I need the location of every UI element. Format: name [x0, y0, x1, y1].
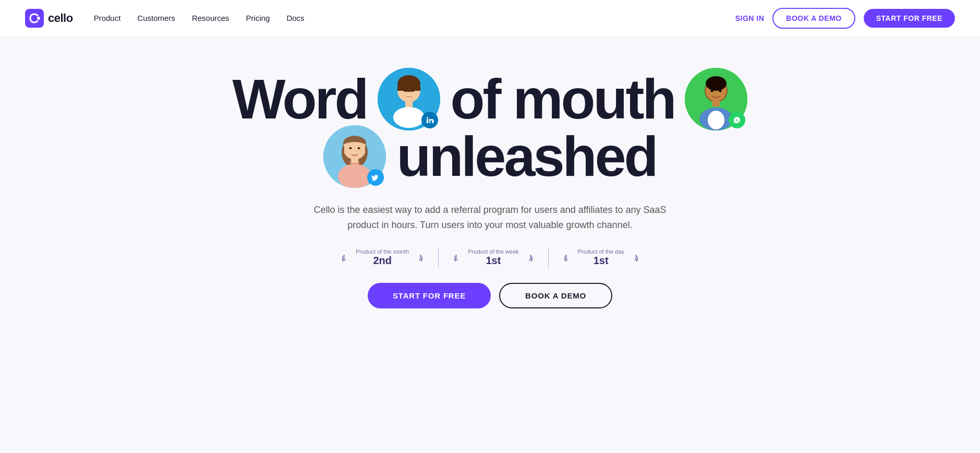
avatar-3	[323, 125, 386, 188]
logo[interactable]: cello	[25, 9, 73, 28]
svg-rect-18	[712, 100, 720, 106]
svg-point-17	[708, 111, 724, 129]
award-month-laurel: Product of the month 2nd	[341, 248, 424, 267]
start-free-nav-button[interactable]: START FOR FREE	[864, 9, 955, 28]
laurel-left-week	[453, 252, 465, 264]
svg-point-15	[706, 76, 727, 91]
cta-row: START FOR FREE BOOK A DEMO	[368, 283, 612, 308]
twitter-badge	[367, 169, 384, 186]
laurel-left-month	[341, 252, 353, 264]
svg-rect-0	[25, 9, 44, 28]
navigation: cello Product Customers Resources Pricin…	[0, 0, 980, 37]
cello-logo-icon	[25, 9, 44, 28]
nav-actions: SIGN IN BOOK A DEMO START FOR FREE	[735, 8, 955, 29]
svg-point-6	[393, 107, 425, 128]
award-week-label: Product of the week	[468, 248, 518, 255]
headline-word: Word	[233, 71, 367, 127]
award-week-laurel: Product of the week 1st	[453, 248, 533, 267]
award-day-label: Product of the day	[578, 248, 624, 255]
award-week: Product of the week 1st	[453, 248, 533, 267]
award-divider-2	[548, 247, 549, 268]
avatar-1	[378, 68, 440, 130]
nav-resources[interactable]: Resources	[192, 14, 229, 22]
headline-word2: of mouth	[451, 71, 675, 127]
laurel-right-day	[627, 252, 639, 264]
laurel-right-week	[522, 252, 534, 264]
svg-rect-5	[405, 101, 413, 108]
svg-rect-10	[427, 119, 428, 123]
svg-point-26	[338, 164, 371, 188]
nav-docs[interactable]: Docs	[286, 14, 304, 22]
award-divider-1	[438, 247, 439, 268]
headline-row1: Word	[233, 68, 748, 130]
laurel-right-month	[412, 252, 424, 264]
svg-point-19	[711, 90, 713, 92]
svg-point-28	[358, 147, 360, 149]
hero-headline: Word	[233, 68, 748, 188]
headline-row2: unleashed	[233, 125, 748, 188]
award-day: Product of the day 1st	[563, 248, 639, 267]
hero-section: Word	[0, 37, 980, 329]
headline-unleashed: unleashed	[396, 128, 656, 185]
award-month: Product of the month 2nd	[341, 248, 424, 267]
svg-point-20	[719, 90, 722, 92]
hero-subtitle: Cello is the easiest way to add a referr…	[308, 202, 673, 233]
award-day-rank: 1st	[578, 255, 624, 267]
award-day-laurel: Product of the day 1st	[563, 248, 639, 267]
avatar-2	[685, 68, 747, 130]
logo-text: cello	[48, 11, 73, 25]
svg-point-27	[349, 147, 352, 149]
nav-product[interactable]: Product	[94, 14, 121, 22]
award-month-label: Product of the month	[356, 248, 409, 255]
linkedin-badge	[421, 112, 438, 128]
nav-links: Product Customers Resources Pricing Docs	[94, 14, 735, 22]
nav-customers[interactable]: Customers	[137, 14, 175, 22]
svg-point-1	[37, 17, 40, 20]
svg-point-7	[404, 90, 406, 92]
svg-point-8	[412, 90, 414, 92]
start-free-hero-button[interactable]: START FOR FREE	[368, 283, 491, 308]
book-demo-hero-button[interactable]: BOOK A DEMO	[499, 283, 612, 308]
award-week-rank: 1st	[468, 255, 518, 267]
sign-in-button[interactable]: SIGN IN	[735, 14, 765, 22]
award-month-rank: 2nd	[356, 255, 409, 267]
laurel-left-day	[563, 252, 575, 264]
awards-row: Product of the month 2nd Prod	[341, 247, 639, 268]
svg-point-11	[427, 117, 428, 118]
book-demo-nav-button[interactable]: BOOK A DEMO	[772, 8, 855, 29]
nav-pricing[interactable]: Pricing	[246, 14, 270, 22]
